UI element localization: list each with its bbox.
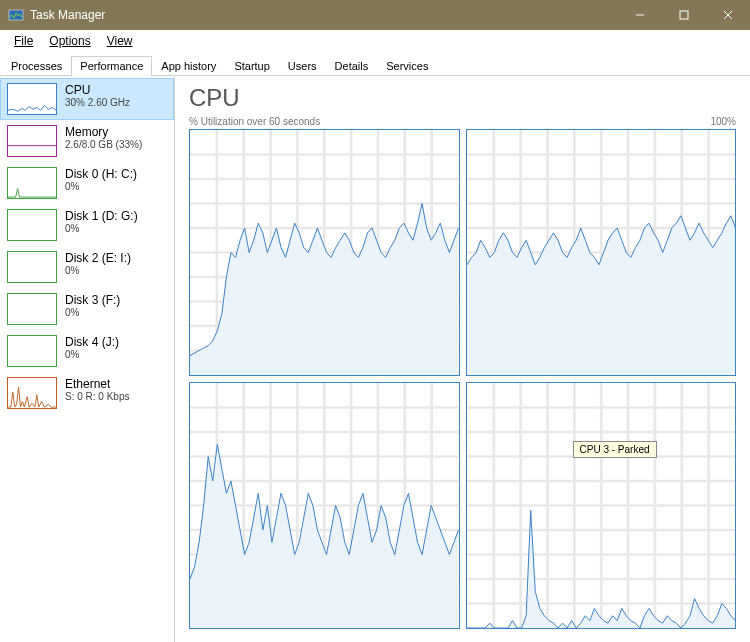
sidebar-disk1-label: Disk 1 (D: G:) — [65, 209, 138, 223]
axis-label-right: 100% — [710, 116, 736, 127]
menu-view[interactable]: View — [99, 32, 141, 50]
tab-performance[interactable]: Performance — [71, 56, 152, 76]
tab-processes[interactable]: Processes — [2, 56, 71, 76]
maximize-button[interactable] — [662, 0, 706, 30]
sidebar-item-disk2[interactable]: Disk 2 (E: I:) 0% — [0, 246, 174, 288]
sidebar-disk4-label: Disk 4 (J:) — [65, 335, 119, 349]
content-area: CPU 30% 2.60 GHz Memory 2.6/8.0 GB (33%)… — [0, 76, 750, 642]
disk4-thumb-icon — [7, 335, 57, 367]
sidebar-disk3-info: Disk 3 (F:) 0% — [65, 293, 120, 325]
ethernet-thumb-icon — [7, 377, 57, 409]
sidebar-item-disk4[interactable]: Disk 4 (J:) 0% — [0, 330, 174, 372]
tab-strip: Processes Performance App history Startu… — [0, 52, 750, 76]
cpu-thumb-icon — [7, 83, 57, 115]
menu-file[interactable]: File — [6, 32, 41, 50]
memory-thumb-icon — [7, 125, 57, 157]
disk3-thumb-icon — [7, 293, 57, 325]
tab-startup[interactable]: Startup — [225, 56, 278, 76]
chart-axis-labels: % Utilization over 60 seconds 100% — [189, 116, 736, 127]
tab-details[interactable]: Details — [326, 56, 378, 76]
sidebar-item-memory[interactable]: Memory 2.6/8.0 GB (33%) — [0, 120, 174, 162]
close-button[interactable] — [706, 0, 750, 30]
tab-users[interactable]: Users — [279, 56, 326, 76]
sidebar-disk0-label: Disk 0 (H: C:) — [65, 167, 137, 181]
titlebar: Task Manager — [0, 0, 750, 30]
sidebar-item-disk1[interactable]: Disk 1 (D: G:) 0% — [0, 204, 174, 246]
sidebar-item-disk3[interactable]: Disk 3 (F:) 0% — [0, 288, 174, 330]
menu-options[interactable]: Options — [41, 32, 98, 50]
sidebar-cpu-sub: 30% 2.60 GHz — [65, 97, 130, 108]
sidebar-disk4-sub: 0% — [65, 349, 119, 360]
sidebar-item-disk0[interactable]: Disk 0 (H: C:) 0% — [0, 162, 174, 204]
sidebar-memory-sub: 2.6/8.0 GB (33%) — [65, 139, 142, 150]
tab-services[interactable]: Services — [377, 56, 437, 76]
cpu0-chart[interactable] — [189, 129, 460, 376]
sidebar-disk3-sub: 0% — [65, 307, 120, 318]
cpu2-chart[interactable] — [189, 382, 460, 629]
sidebar-ethernet-info: Ethernet S: 0 R: 0 Kbps — [65, 377, 129, 409]
sidebar-ethernet-label: Ethernet — [65, 377, 129, 391]
sidebar-memory-info: Memory 2.6/8.0 GB (33%) — [65, 125, 142, 157]
page-title: CPU — [189, 84, 736, 112]
app-icon — [8, 7, 24, 23]
performance-sidebar: CPU 30% 2.60 GHz Memory 2.6/8.0 GB (33%)… — [0, 76, 175, 642]
sidebar-disk3-label: Disk 3 (F:) — [65, 293, 120, 307]
cpu3-chart[interactable]: CPU 3 - Parked — [466, 382, 737, 629]
cpu-chart-grid: CPU 3 - Parked — [189, 129, 736, 629]
window-title: Task Manager — [30, 8, 618, 22]
svg-rect-2 — [680, 11, 688, 19]
axis-label-left: % Utilization over 60 seconds — [189, 116, 320, 127]
sidebar-disk2-sub: 0% — [65, 265, 131, 276]
sidebar-cpu-label: CPU — [65, 83, 130, 97]
tab-app-history[interactable]: App history — [152, 56, 225, 76]
sidebar-disk1-sub: 0% — [65, 223, 138, 234]
sidebar-disk0-info: Disk 0 (H: C:) 0% — [65, 167, 137, 199]
minimize-button[interactable] — [618, 0, 662, 30]
sidebar-cpu-info: CPU 30% 2.60 GHz — [65, 83, 130, 115]
menu-options-label: Options — [49, 34, 90, 48]
sidebar-disk4-info: Disk 4 (J:) 0% — [65, 335, 119, 367]
menubar: File Options View — [0, 30, 750, 52]
main-panel: CPU % Utilization over 60 seconds 100% C… — [175, 76, 750, 642]
sidebar-item-cpu[interactable]: CPU 30% 2.60 GHz — [0, 78, 174, 120]
sidebar-ethernet-sub: S: 0 R: 0 Kbps — [65, 391, 129, 402]
sidebar-item-ethernet[interactable]: Ethernet S: 0 R: 0 Kbps — [0, 372, 174, 414]
sidebar-memory-label: Memory — [65, 125, 142, 139]
sidebar-disk1-info: Disk 1 (D: G:) 0% — [65, 209, 138, 241]
disk2-thumb-icon — [7, 251, 57, 283]
menu-view-label: View — [107, 34, 133, 48]
cpu3-tooltip: CPU 3 - Parked — [573, 441, 657, 458]
cpu1-chart[interactable] — [466, 129, 737, 376]
sidebar-disk2-label: Disk 2 (E: I:) — [65, 251, 131, 265]
sidebar-disk0-sub: 0% — [65, 181, 137, 192]
menu-file-label: File — [14, 34, 33, 48]
disk1-thumb-icon — [7, 209, 57, 241]
sidebar-disk2-info: Disk 2 (E: I:) 0% — [65, 251, 131, 283]
disk0-thumb-icon — [7, 167, 57, 199]
